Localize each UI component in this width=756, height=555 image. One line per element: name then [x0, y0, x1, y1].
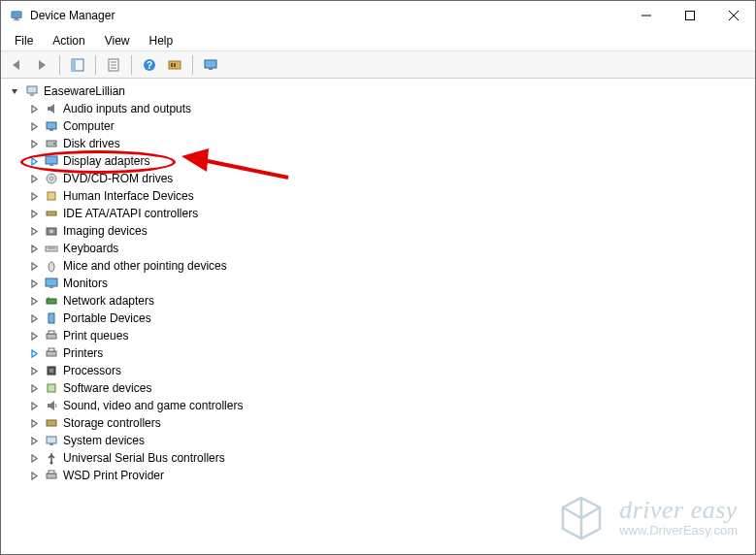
svg-rect-21 — [30, 93, 34, 96]
toolbar-separator — [192, 55, 193, 75]
portable-icon — [44, 310, 59, 326]
tree-node[interactable]: Computer — [28, 117, 747, 135]
svg-rect-48 — [48, 384, 55, 392]
svg-point-25 — [53, 143, 55, 145]
svg-rect-0 — [12, 12, 22, 18]
tree-node[interactable]: Portable Devices — [28, 310, 747, 327]
chevron-right-icon[interactable] — [28, 312, 40, 324]
menu-help[interactable]: Help — [140, 32, 183, 49]
tree-node-label: Disk drives — [63, 137, 120, 150]
chevron-right-icon[interactable] — [28, 365, 40, 376]
tree-content[interactable]: EasewareLillian Audio inputs and outputs… — [1, 79, 755, 554]
dvd-icon — [44, 171, 59, 186]
chevron-down-icon[interactable] — [9, 85, 20, 97]
tree-node[interactable]: Disk drives — [28, 135, 747, 152]
tree-node[interactable]: Imaging devices — [28, 222, 747, 240]
tree-node[interactable]: System devices — [28, 432, 747, 449]
tree-node[interactable]: Keyboards — [28, 240, 747, 257]
svg-rect-47 — [49, 369, 53, 373]
chevron-right-icon[interactable] — [28, 190, 40, 202]
svg-rect-8 — [72, 59, 76, 71]
toolbar-separator — [131, 55, 132, 75]
chevron-right-icon[interactable] — [28, 278, 40, 289]
chevron-right-icon[interactable] — [28, 382, 40, 394]
svg-rect-16 — [171, 63, 173, 67]
chevron-right-icon[interactable] — [28, 400, 40, 411]
tree-root-node[interactable]: EasewareLillian — [9, 82, 747, 100]
tree-node[interactable]: IDE ATA/ATAPI controllers — [28, 205, 747, 222]
svg-rect-49 — [47, 420, 56, 426]
chevron-right-icon[interactable] — [28, 417, 40, 429]
tree-node[interactable]: Print queues — [28, 327, 747, 344]
svg-rect-39 — [47, 299, 56, 304]
chevron-right-icon[interactable] — [28, 173, 40, 184]
svg-rect-42 — [47, 334, 56, 339]
tree-node[interactable]: Monitors — [28, 275, 747, 292]
tree-node[interactable]: Processors — [28, 362, 747, 379]
toolbar-forward-button[interactable] — [30, 53, 53, 77]
watermark-url: www.DriverEasy.com — [619, 523, 738, 539]
chevron-right-icon[interactable] — [28, 225, 40, 237]
chevron-right-icon[interactable] — [28, 138, 40, 149]
svg-text:?: ? — [147, 60, 152, 71]
menu-view[interactable]: View — [95, 32, 140, 49]
imaging-icon — [44, 223, 59, 239]
svg-rect-1 — [15, 18, 18, 20]
tree-node-label: Portable Devices — [63, 311, 151, 325]
chevron-right-icon[interactable] — [28, 452, 40, 464]
chevron-right-icon[interactable] — [28, 470, 40, 481]
tree-node[interactable]: WSD Print Provider — [28, 467, 747, 484]
tree-node-label: Human Interface Devices — [63, 189, 194, 203]
tree-node[interactable]: Audio inputs and outputs — [28, 100, 747, 117]
computer-icon — [44, 118, 59, 134]
chevron-right-icon[interactable] — [28, 208, 40, 219]
menu-action[interactable]: Action — [43, 32, 94, 49]
chevron-right-icon[interactable] — [28, 260, 40, 272]
computer-icon — [24, 83, 40, 99]
tree-node[interactable]: Display adapters — [28, 152, 747, 170]
toolbar-help-button[interactable]: ? — [138, 53, 161, 77]
tree-node-label: Computer — [63, 119, 115, 133]
chevron-right-icon[interactable] — [28, 330, 40, 342]
minimize-button[interactable] — [624, 1, 668, 30]
toolbar-refresh-button[interactable] — [163, 53, 186, 77]
toolbar-showhide-button[interactable] — [66, 53, 89, 77]
toolbar-properties-button[interactable] — [102, 53, 125, 77]
maximize-button[interactable] — [668, 1, 711, 30]
titlebar: Device Manager — [1, 1, 755, 30]
close-button[interactable] — [711, 1, 755, 30]
chevron-right-icon[interactable] — [28, 435, 40, 446]
toolbar-displays-button[interactable] — [199, 53, 222, 77]
tree-node[interactable]: Printers — [28, 344, 747, 362]
tree-node-label: Sound, video and game controllers — [63, 399, 243, 412]
chevron-right-icon[interactable] — [28, 120, 40, 132]
toolbar-separator — [59, 55, 60, 75]
tree-node[interactable]: Mice and other pointing devices — [28, 257, 747, 275]
chevron-right-icon[interactable] — [28, 295, 40, 307]
chevron-right-icon[interactable] — [28, 243, 40, 254]
tree-node-label: Mice and other pointing devices — [63, 259, 227, 273]
menu-file[interactable]: File — [5, 32, 43, 49]
chevron-right-icon[interactable] — [28, 155, 40, 167]
svg-rect-26 — [46, 156, 57, 164]
tree-node[interactable]: Storage controllers — [28, 414, 747, 432]
tree-node[interactable]: DVD/CD-ROM drives — [28, 170, 747, 187]
tree-node[interactable]: Sound, video and game controllers — [28, 397, 747, 414]
tree-node[interactable]: Human Interface Devices — [28, 187, 747, 205]
tree-node[interactable]: Network adapters — [28, 292, 747, 310]
svg-rect-18 — [205, 60, 216, 68]
chevron-right-icon[interactable] — [28, 347, 40, 359]
device-tree: EasewareLillian Audio inputs and outputs… — [9, 82, 747, 484]
svg-rect-20 — [27, 86, 37, 93]
window-title: Device Manager — [30, 9, 624, 22]
ide-icon — [44, 206, 59, 221]
tree-node-label: Print queues — [63, 329, 128, 343]
usb-icon — [44, 450, 59, 466]
sound-icon — [44, 398, 59, 413]
chevron-right-icon[interactable] — [28, 103, 40, 114]
toolbar-back-button[interactable] — [5, 53, 28, 77]
tree-node[interactable]: Universal Serial Bus controllers — [28, 449, 747, 467]
wsd-icon — [44, 468, 59, 483]
tree-node[interactable]: Software devices — [28, 379, 747, 397]
monitor-icon — [44, 276, 59, 291]
